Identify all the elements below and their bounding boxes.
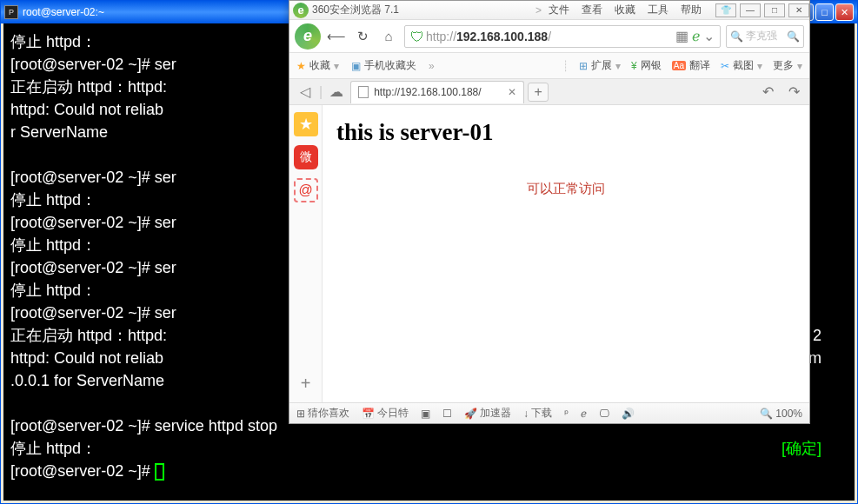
undo-tab-button[interactable]: ↶ bbox=[757, 83, 778, 102]
minimize-button[interactable]: — bbox=[740, 3, 761, 17]
t-prompt: [root@server-02 ~]# bbox=[10, 214, 155, 231]
putty-icon: P bbox=[4, 5, 18, 19]
status-accel[interactable]: 🚀加速器 bbox=[464, 406, 511, 421]
menu-caret-icon[interactable]: > bbox=[535, 4, 542, 17]
calendar-icon: 📅 bbox=[362, 408, 375, 420]
star-icon: ★ bbox=[296, 60, 306, 72]
new-tab-button[interactable]: + bbox=[528, 83, 549, 102]
url-text: http://192.168.100.188/ bbox=[426, 30, 672, 43]
status-icon-a[interactable]: ▣ bbox=[421, 408, 430, 420]
t-cmd: ser bbox=[155, 259, 176, 276]
browser-brand-text: 360安全浏览器 7.1 bbox=[312, 3, 399, 17]
t-prompt: [root@server-02 ~]# bbox=[10, 259, 155, 276]
bank-icon: ¥ bbox=[631, 60, 637, 72]
menu-help[interactable]: 帮助 bbox=[681, 3, 702, 17]
bookmarks-more-icon[interactable]: » bbox=[429, 60, 435, 72]
url-host: 192.168.100.188 bbox=[456, 30, 548, 43]
browser-menu: 文件 查看 收藏 工具 帮助 bbox=[549, 3, 707, 17]
side-weibo-icon[interactable]: 微 bbox=[294, 145, 318, 169]
url-suffix: / bbox=[548, 30, 551, 43]
maximize-button[interactable]: □ bbox=[764, 3, 785, 17]
status-icon-d[interactable]: ℯ bbox=[581, 408, 587, 420]
ext-label: 扩展 bbox=[591, 58, 612, 73]
bookmarks-bar: ★收藏▾ ▣手机收藏夹 » ┊ ⊞扩展▾ ¥网银 Aa翻译 ✂截图▾ 更多▾ bbox=[289, 53, 809, 79]
dropdown-icon[interactable]: ⌄ bbox=[703, 28, 715, 44]
browser-brand: e 360安全浏览器 7.1 bbox=[289, 3, 399, 18]
side-favorites-icon[interactable]: ★ bbox=[294, 112, 318, 136]
mobile-fav-button[interactable]: ▣手机收藏夹 bbox=[351, 58, 416, 73]
translate-button[interactable]: Aa翻译 bbox=[672, 58, 710, 73]
back-button[interactable]: ⟵ bbox=[326, 26, 347, 47]
t-prompt: [root@server-02 ~]# bbox=[10, 169, 155, 186]
t-prompt: [root@server-02 ~]# bbox=[10, 304, 155, 322]
rocket-icon: 🚀 bbox=[464, 408, 477, 420]
url-prefix: http:// bbox=[426, 30, 456, 43]
translate-icon: Aa bbox=[672, 61, 686, 70]
zoom-label: 100% bbox=[775, 408, 802, 420]
fav-label: 收藏 bbox=[309, 58, 330, 73]
search-box[interactable]: 🔍 李克强 🔍 bbox=[726, 25, 804, 48]
t-line: 正在启动 httpd：httpd: bbox=[10, 327, 167, 344]
tab-bar: ◁ | ☁ http://192.168.100.188/ ✕ + ↶ ↷ bbox=[289, 79, 809, 105]
grid-icon: ⊞ bbox=[579, 60, 588, 72]
shield-icon: 🛡 bbox=[410, 30, 422, 43]
t-cmd: ser bbox=[155, 169, 176, 186]
home-button[interactable]: ⌂ bbox=[378, 26, 399, 47]
status-zoom[interactable]: 🔍100% bbox=[760, 408, 802, 420]
side-at-icon[interactable]: @ bbox=[294, 178, 318, 202]
status-today[interactable]: 📅今日特 bbox=[362, 406, 409, 421]
folder-icon: ▣ bbox=[351, 60, 361, 72]
status-icon-f[interactable]: 🔊 bbox=[622, 408, 635, 420]
bank-label: 网银 bbox=[641, 58, 662, 73]
qr-icon[interactable]: ▦ bbox=[675, 28, 688, 44]
side-add-button[interactable]: + bbox=[301, 374, 311, 394]
t-frag: 2 bbox=[813, 324, 848, 347]
shot-label: 截图 bbox=[733, 58, 754, 73]
t-line: 停止 httpd： bbox=[10, 440, 96, 457]
hot-icon: ⊞ bbox=[296, 408, 305, 420]
favorites-button[interactable]: ★收藏▾ bbox=[296, 58, 339, 73]
pin-button[interactable]: 👕 bbox=[715, 3, 736, 17]
t-line: httpd: Could not reliab bbox=[10, 101, 163, 118]
status-guess[interactable]: ⊞猜你喜欢 bbox=[296, 406, 349, 421]
t-status-ok: [确定] bbox=[782, 437, 848, 460]
browser-logo-big-icon[interactable]: e bbox=[295, 23, 321, 50]
dl-label: 下载 bbox=[531, 406, 552, 421]
browser-window: e 360安全浏览器 7.1 > 文件 查看 收藏 工具 帮助 👕 — □ ✕ … bbox=[289, 0, 810, 424]
bank-button[interactable]: ¥网银 bbox=[631, 58, 662, 73]
status-icon-e[interactable]: 🖵 bbox=[599, 408, 609, 420]
reload-button[interactable]: ↻ bbox=[352, 26, 373, 47]
mobile-label: 手机收藏夹 bbox=[364, 58, 416, 73]
screenshot-button[interactable]: ✂截图▾ bbox=[721, 58, 762, 73]
t-prompt: [root@server-02 ~]# bbox=[10, 417, 155, 434]
t-cmd: ser bbox=[155, 214, 176, 231]
browser-topbar: e 360安全浏览器 7.1 > 文件 查看 收藏 工具 帮助 👕 — □ ✕ bbox=[289, 1, 809, 20]
active-tab[interactable]: http://192.168.100.188/ ✕ bbox=[350, 81, 524, 103]
status-download[interactable]: ↓下载 bbox=[523, 406, 552, 421]
menu-file[interactable]: 文件 bbox=[549, 3, 569, 17]
page-viewport[interactable]: this is server-01 可以正常访问 bbox=[323, 105, 809, 402]
menu-tools[interactable]: 工具 bbox=[648, 3, 668, 17]
side-strip: ★ 微 @ + bbox=[289, 105, 323, 402]
menu-fav[interactable]: 收藏 bbox=[615, 3, 635, 17]
more-button[interactable]: 更多▾ bbox=[773, 58, 802, 73]
status-icon-b[interactable]: ☐ bbox=[442, 408, 452, 420]
status-icon-c[interactable]: ᵖ bbox=[564, 408, 569, 420]
address-bar[interactable]: 🛡 http://192.168.100.188/ ▦ ℯ ⌄ bbox=[404, 25, 721, 48]
page-heading: this is server-01 bbox=[336, 119, 795, 146]
tab-back-button[interactable]: ◁ bbox=[295, 83, 316, 102]
t-line: r ServerName bbox=[10, 123, 108, 141]
close-button[interactable]: ✕ bbox=[788, 3, 809, 17]
redo-tab-button[interactable]: ↷ bbox=[783, 83, 804, 102]
t-prompt: [root@server-02 ~]# bbox=[10, 462, 155, 480]
menu-view[interactable]: 查看 bbox=[582, 3, 602, 17]
zoom-icon: 🔍 bbox=[760, 408, 773, 420]
extensions-button[interactable]: ⊞扩展▾ bbox=[579, 58, 621, 73]
engine-icon[interactable]: ℯ bbox=[692, 28, 700, 44]
cloud-button[interactable]: ☁ bbox=[326, 83, 347, 102]
tab-close-button[interactable]: ✕ bbox=[508, 86, 516, 98]
cursor-icon bbox=[155, 463, 164, 481]
close-button[interactable]: ✕ bbox=[835, 3, 854, 21]
search-go-icon[interactable]: 🔍 bbox=[787, 30, 800, 43]
maximize-button[interactable]: □ bbox=[815, 3, 834, 21]
